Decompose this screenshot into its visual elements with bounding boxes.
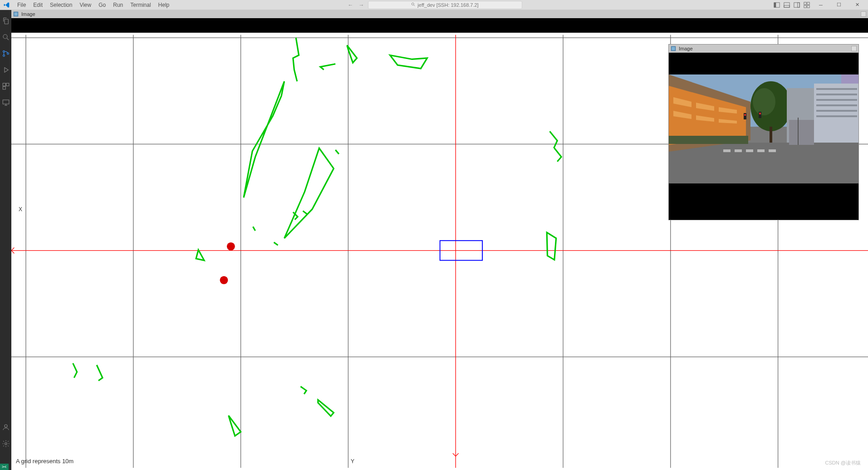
- menu-view[interactable]: View: [76, 1, 95, 9]
- svg-rect-6: [794, 2, 799, 7]
- svg-rect-51: [672, 47, 675, 50]
- svg-line-1: [414, 5, 415, 6]
- svg-rect-58: [746, 149, 753, 152]
- sub-black-bottom: [669, 183, 858, 220]
- sub-black-top: [669, 53, 858, 74]
- svg-rect-59: [757, 149, 765, 152]
- camera-view: [669, 74, 858, 183]
- svg-rect-54: [669, 143, 858, 183]
- svg-marker-46: [196, 250, 204, 260]
- svg-line-13: [7, 38, 9, 40]
- svg-rect-8: [804, 2, 806, 4]
- svg-point-41: [220, 276, 228, 284]
- editor-area: Image: [11, 10, 868, 470]
- svg-point-15: [3, 55, 5, 57]
- svg-rect-60: [769, 149, 776, 152]
- accounts-icon[interactable]: [0, 419, 11, 435]
- main-window-title: Image: [21, 11, 35, 17]
- svg-rect-18: [6, 83, 9, 86]
- sub-window-titlebar[interactable]: Image: [669, 45, 858, 53]
- vscode-logo-icon: [4, 2, 10, 8]
- svg-rect-5: [784, 5, 790, 7]
- run-debug-icon[interactable]: [0, 62, 11, 78]
- menu-terminal[interactable]: Terminal: [127, 1, 154, 9]
- svg-marker-49: [318, 400, 334, 416]
- remote-status[interactable]: ><: [0, 464, 9, 470]
- svg-rect-56: [723, 149, 731, 152]
- svg-rect-9: [807, 2, 809, 4]
- svg-marker-44: [390, 55, 427, 69]
- svg-marker-45: [284, 148, 334, 238]
- svg-rect-3: [774, 2, 776, 7]
- svg-rect-74: [814, 84, 858, 143]
- svg-rect-80: [816, 115, 857, 117]
- svg-rect-75: [816, 88, 857, 90]
- menu-selection[interactable]: Selection: [46, 1, 76, 9]
- sub-window-close-button[interactable]: [851, 46, 857, 51]
- svg-point-12: [3, 35, 7, 39]
- svg-marker-43: [347, 45, 357, 63]
- sub-window-app-icon: [671, 46, 676, 51]
- svg-rect-72: [770, 127, 772, 143]
- svg-point-84: [744, 114, 746, 116]
- watermark: CSDN @读书猿: [825, 460, 861, 466]
- explorer-icon[interactable]: [0, 13, 11, 29]
- main-window-close-button[interactable]: [861, 11, 866, 17]
- menu-right: ─ ☐ ✕: [774, 0, 864, 10]
- nav-back-icon[interactable]: ←: [346, 2, 355, 8]
- svg-rect-79: [816, 110, 857, 112]
- svg-rect-20: [3, 100, 9, 104]
- menu-center: ← → jeff_dev [SSH: 192.168.7.2]: [346, 1, 522, 9]
- layout-customize-icon[interactable]: [804, 2, 810, 8]
- layout-panel-icon[interactable]: [784, 2, 790, 8]
- svg-rect-11: [807, 5, 809, 7]
- svg-rect-77: [816, 99, 857, 101]
- grid-info-label: A grid represents 10m: [16, 458, 74, 465]
- svg-point-16: [7, 53, 9, 54]
- svg-rect-57: [735, 149, 742, 152]
- x-axis-label: X: [19, 206, 22, 213]
- layout-primary-sidebar-icon[interactable]: [774, 2, 780, 8]
- svg-point-24: [5, 443, 7, 445]
- menu-help[interactable]: Help: [155, 1, 173, 9]
- svg-rect-78: [816, 104, 857, 106]
- extensions-icon[interactable]: [0, 78, 11, 94]
- command-center-search[interactable]: jeff_dev [SSH: 192.168.7.2]: [368, 1, 522, 9]
- activity-bottom: [0, 419, 11, 452]
- svg-rect-26: [14, 12, 18, 16]
- layout-secondary-sidebar-icon[interactable]: [794, 2, 800, 8]
- remote-explorer-icon[interactable]: [0, 94, 11, 111]
- activity-bar: ><: [0, 10, 11, 470]
- svg-rect-76: [816, 94, 857, 95]
- window-close[interactable]: ✕: [850, 0, 864, 10]
- sub-window-title: Image: [679, 46, 693, 51]
- menu-go[interactable]: Go: [95, 1, 109, 9]
- source-control-icon[interactable]: [0, 45, 11, 62]
- svg-marker-48: [229, 416, 241, 436]
- main-layout: >< Image: [0, 10, 868, 470]
- nav-forward-icon[interactable]: →: [357, 2, 366, 8]
- main-window-titlebar[interactable]: Image: [11, 10, 868, 18]
- svg-point-86: [759, 113, 761, 114]
- menu-bar: File Edit Selection View Go Run Terminal…: [0, 0, 868, 10]
- menu-edit[interactable]: Edit: [29, 1, 46, 9]
- black-band-top: [11, 18, 868, 33]
- svg-point-40: [227, 242, 235, 251]
- svg-marker-47: [547, 233, 556, 260]
- window-maximize[interactable]: ☐: [832, 0, 846, 10]
- svg-point-71: [753, 88, 775, 115]
- image-window-sub[interactable]: Image: [668, 44, 859, 220]
- svg-rect-69: [669, 136, 748, 144]
- svg-rect-10: [804, 5, 806, 7]
- svg-rect-17: [3, 83, 5, 86]
- svg-rect-81: [789, 120, 814, 145]
- y-axis-label: Y: [351, 458, 354, 465]
- window-app-icon: [13, 11, 19, 17]
- menu-file[interactable]: File: [14, 1, 29, 9]
- svg-rect-19: [3, 87, 5, 89]
- search-activity-icon[interactable]: [0, 29, 11, 45]
- menu-run[interactable]: Run: [109, 1, 127, 9]
- svg-point-14: [3, 51, 5, 53]
- window-minimize[interactable]: ─: [814, 0, 828, 10]
- settings-gear-icon[interactable]: [0, 435, 11, 452]
